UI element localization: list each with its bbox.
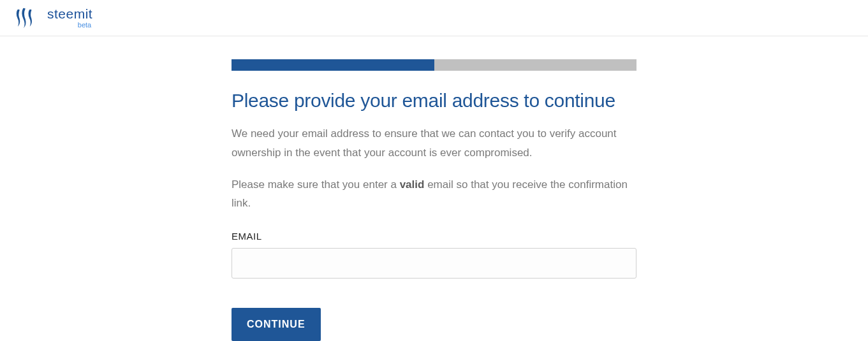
email-label: EMAIL (232, 231, 636, 242)
brand-sub-label: beta (78, 22, 91, 29)
page-title: Please provide your email address to con… (232, 90, 636, 112)
desc2-pre: Please make sure that you enter a (232, 178, 400, 191)
header: steemit beta (0, 0, 868, 36)
description-primary: We need your email address to ensure tha… (232, 124, 636, 163)
desc2-bold: valid (400, 178, 425, 191)
continue-button[interactable]: CONTINUE (232, 308, 321, 341)
brand-text: steemit beta (47, 7, 92, 29)
steemit-logo-icon (13, 6, 36, 29)
description-secondary: Please make sure that you enter a valid … (232, 175, 636, 214)
logo[interactable]: steemit beta (13, 6, 92, 29)
main-content: Please provide your email address to con… (232, 36, 636, 341)
progress-bar (232, 59, 636, 71)
progress-fill (232, 59, 434, 71)
email-field[interactable] (232, 248, 636, 279)
brand-name: steemit (47, 7, 92, 20)
